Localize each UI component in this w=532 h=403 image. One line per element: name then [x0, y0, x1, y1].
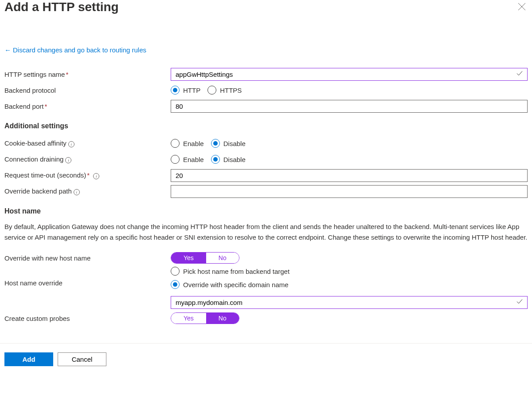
probes-yes[interactable]: Yes	[171, 313, 206, 324]
hostname-override-label: Host name override	[4, 267, 171, 287]
protocol-radio-group: HTTP HTTPS	[171, 86, 528, 95]
checkmark-icon	[516, 70, 523, 79]
override-path-input[interactable]	[171, 185, 528, 198]
info-icon[interactable]: i	[93, 173, 99, 179]
timeout-input[interactable]	[171, 169, 528, 182]
hostname-override-radio-group: Pick host name from backend target Overr…	[171, 267, 528, 293]
pick-backend-radio[interactable]: Pick host name from backend target	[171, 267, 528, 276]
radio-icon	[211, 139, 220, 148]
cookie-affinity-label: Cookie-based affinityi	[4, 139, 171, 147]
drain-enable-radio[interactable]: Enable	[171, 155, 204, 164]
override-specific-radio[interactable]: Override with specific domain name	[171, 280, 528, 289]
info-icon[interactable]: i	[68, 141, 74, 147]
name-label: HTTP settings name*	[4, 71, 171, 78]
override-path-label: Override backend pathi	[4, 187, 171, 195]
cookie-disable-radio[interactable]: Disable	[211, 139, 246, 148]
custom-probes-label: Create custom probes	[4, 315, 171, 322]
override-hostname-toggle: Yes No	[171, 252, 239, 264]
discard-link-text: Discard changes and go back to routing r…	[13, 46, 146, 54]
radio-icon	[171, 139, 180, 148]
name-input[interactable]	[171, 68, 528, 81]
protocol-label: Backend protocol	[4, 87, 171, 94]
hostname-description: By default, Application Gateway does not…	[4, 221, 528, 243]
port-input[interactable]	[171, 100, 528, 113]
cookie-radio-group: Enable Disable	[171, 139, 528, 148]
info-icon[interactable]: i	[65, 157, 71, 163]
override-yes[interactable]: Yes	[171, 253, 206, 263]
radio-icon	[171, 280, 180, 289]
connection-draining-label: Connection drainingi	[4, 155, 171, 163]
arrow-left-icon: ←	[4, 46, 11, 54]
hostname-heading: Host name	[4, 207, 528, 215]
domain-input[interactable]	[171, 296, 528, 309]
close-icon[interactable]	[516, 0, 528, 15]
additional-settings-heading: Additional settings	[4, 122, 528, 130]
override-no[interactable]: No	[206, 253, 239, 263]
checkmark-icon	[516, 298, 523, 307]
protocol-https-radio[interactable]: HTTPS	[207, 86, 242, 95]
radio-icon	[211, 155, 220, 164]
protocol-http-radio[interactable]: HTTP	[171, 86, 200, 95]
cookie-enable-radio[interactable]: Enable	[171, 139, 204, 148]
override-new-hostname-label: Override with new host name	[4, 254, 171, 262]
page-title: Add a HTTP setting	[4, 0, 119, 14]
port-label: Backend port*	[4, 103, 171, 110]
probes-no[interactable]: No	[206, 313, 239, 324]
cancel-button[interactable]: Cancel	[58, 352, 106, 366]
radio-icon	[171, 155, 180, 164]
timeout-label: Request time-out (seconds)* i	[4, 171, 171, 179]
radio-icon	[171, 267, 180, 276]
discard-link[interactable]: ←Discard changes and go back to routing …	[4, 46, 146, 54]
info-icon[interactable]: i	[74, 189, 80, 195]
add-button[interactable]: Add	[4, 352, 53, 366]
custom-probes-toggle: Yes No	[171, 312, 239, 324]
radio-icon	[207, 86, 216, 95]
drain-disable-radio[interactable]: Disable	[211, 155, 246, 164]
drain-radio-group: Enable Disable	[171, 155, 528, 164]
radio-icon	[171, 86, 180, 95]
